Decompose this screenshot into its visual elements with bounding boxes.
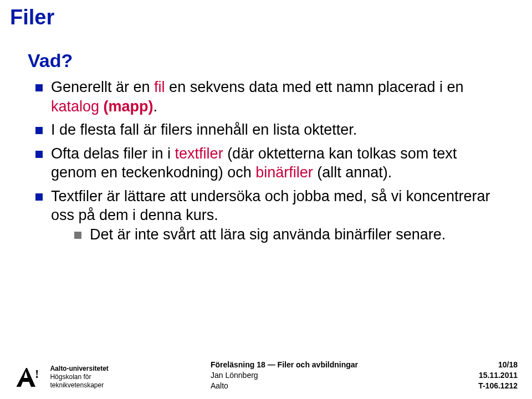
bullet-item: I de flesta fall är filers innehåll en l… bbox=[33, 120, 504, 140]
slide-subtitle: Vad? bbox=[28, 50, 73, 71]
slide-body: Generellt är en fil en sekvens data med … bbox=[33, 78, 504, 248]
text-fragment: en sekvens data med ett namn placerad i … bbox=[165, 79, 464, 95]
logo-line: Aalto-universitetet bbox=[50, 365, 108, 372]
highlight: binärfiler bbox=[255, 164, 313, 181]
logo-line: teknikvetenskaper bbox=[50, 381, 104, 389]
highlight: fil bbox=[154, 79, 165, 95]
footer-center: Föreläsning 18 — Filer och avbildningar … bbox=[211, 360, 358, 391]
svg-text:!: ! bbox=[35, 367, 39, 381]
lecture-title: Föreläsning 18 — Filer och avbildningar bbox=[211, 360, 358, 369]
slide-title: Filer bbox=[10, 6, 54, 29]
bullet-item: Ofta delas filer in i textfiler (där okt… bbox=[33, 144, 504, 182]
aalto-logo-text: Aalto-universitetet Högskolan för teknik… bbox=[50, 365, 108, 390]
footer-right: 10/18 15.11.2011 T-106.1212 bbox=[478, 360, 518, 391]
svg-rect-1 bbox=[16, 365, 42, 368]
text-fragment: . bbox=[154, 98, 158, 115]
text-fragment: Ofta delas filer in i bbox=[51, 145, 175, 162]
course-code: T-106.1212 bbox=[478, 381, 518, 390]
logo-line: Högskolan för bbox=[50, 373, 91, 381]
lecture-org: Aalto bbox=[211, 381, 228, 390]
bullet-item: Generellt är en fil en sekvens data med … bbox=[33, 78, 504, 116]
highlight-bold: (mapp) bbox=[99, 98, 154, 115]
slide-footer: ! Aalto-universitetet Högskolan för tekn… bbox=[0, 355, 532, 399]
sub-bullet-list: Det är inte svårt att lära sig använda b… bbox=[72, 225, 504, 244]
text-fragment: Generellt är en bbox=[51, 79, 154, 95]
slide-date: 15.11.2011 bbox=[479, 371, 518, 380]
aalto-logo-icon: ! bbox=[16, 365, 42, 391]
lecture-author: Jan Lönnberg bbox=[211, 371, 258, 380]
bullet-list: Generellt är en fil en sekvens data med … bbox=[33, 78, 504, 244]
aalto-logo: ! Aalto-universitetet Högskolan för tekn… bbox=[16, 365, 109, 391]
highlight: katalog bbox=[51, 98, 99, 115]
sub-bullet-item: Det är inte svårt att lära sig använda b… bbox=[72, 225, 504, 244]
bullet-item: Textfiler är lättare att undersöka och j… bbox=[33, 187, 504, 244]
text-fragment: (allt annat). bbox=[313, 164, 392, 181]
slide: Filer Vad? Generellt är en fil en sekven… bbox=[0, 0, 532, 399]
page-number: 10/18 bbox=[498, 360, 518, 369]
text-fragment: Textfiler är lättare att undersöka och j… bbox=[51, 188, 490, 224]
highlight: textfiler bbox=[175, 145, 223, 162]
